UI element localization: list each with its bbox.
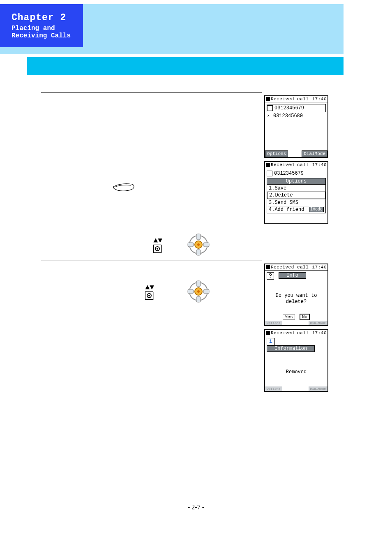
screen-time: 17:40 (312, 162, 327, 167)
softkey-ghost-left: Options (265, 386, 282, 391)
batt-icon (266, 163, 270, 167)
option-delete[interactable]: 2.Delete (267, 192, 325, 199)
softkey-dialmode[interactable]: DialMode (302, 150, 327, 157)
accent-bar (27, 57, 344, 75)
screen-time: 17:40 (312, 97, 327, 102)
step-2-cell: ▲▼ (41, 261, 262, 401)
yes-button[interactable]: Yes (283, 314, 295, 320)
received-icon (267, 105, 273, 111)
received-icon (267, 171, 272, 176)
removed-message: Removed (265, 369, 327, 376)
softkey-options[interactable]: Options (265, 150, 288, 157)
chapter-subtitle: Placing and Receiving Calls (12, 25, 83, 39)
up-down-arrow-icon: ▲▼ (153, 236, 162, 245)
dpad-icon (187, 280, 210, 305)
screen-title: Received call (271, 331, 311, 335)
softkey-ghost-left: Options (265, 321, 282, 325)
svg-rect-2 (196, 250, 201, 255)
softkey-ghost-right: DialMode (309, 386, 327, 391)
page-number: - 2-7 - (0, 504, 392, 511)
information-badge: Information (267, 345, 315, 352)
svg-rect-8 (196, 281, 201, 287)
screen-title: Received call (271, 162, 311, 167)
batt-icon (266, 331, 270, 335)
svg-rect-11 (203, 289, 209, 294)
up-down-arrow-icon: ▲▼ (145, 283, 154, 291)
phone-screen-received-list: Received call 17:40 0312345679 031234568… (264, 95, 328, 158)
option-send-sms[interactable]: 3.Send SMS (267, 199, 325, 206)
dpad-icon (187, 233, 210, 258)
select-indicators: ▲▼ (145, 283, 154, 302)
svg-point-6 (197, 243, 200, 246)
screen-time: 17:40 (312, 331, 327, 335)
svg-rect-1 (196, 234, 201, 240)
confirm-message: Do you want to delete? (265, 293, 327, 305)
svg-point-13 (197, 290, 200, 293)
phone-screen-removed: Received call 17:40 i Information Remove… (264, 329, 328, 392)
chapter-box: Chapter 2 Placing and Receiving Calls (0, 4, 83, 47)
send-key-icon (111, 182, 136, 196)
option-save[interactable]: 1.Save (267, 185, 325, 192)
option-add-friend[interactable]: 4.Add friend (269, 207, 304, 213)
phone-screen-options-menu: Received call 17:40 0312345679 Options 1… (264, 161, 328, 224)
chapter-title: Chapter 2 (12, 12, 83, 23)
info-icon: i (267, 338, 275, 345)
options-menu-list: 1.Save 2.Delete 3.Send SMS 4.Add friend … (267, 185, 326, 213)
select-button-icon (153, 245, 161, 253)
svg-rect-10 (188, 289, 194, 294)
info-badge: Info (279, 272, 306, 279)
svg-rect-9 (196, 296, 201, 302)
step-1-screens: Received call 17:40 0312345679 031234568… (262, 93, 345, 261)
call-number: 0312345680 (273, 113, 303, 119)
missed-icon (267, 113, 272, 118)
call-number: 0312345679 (274, 171, 304, 176)
batt-icon (266, 97, 270, 101)
screen-time: 17:40 (312, 265, 327, 270)
options-menu-header: Options (267, 178, 326, 185)
screen-title: Received call (271, 265, 311, 270)
question-icon: ? (267, 272, 274, 280)
no-button[interactable]: No (300, 314, 310, 320)
call-number: 0312345679 (274, 105, 304, 111)
softkey-mode[interactable]: lMode (309, 207, 324, 212)
softkey-ghost-right: DialMode (309, 321, 327, 325)
batt-icon (266, 265, 270, 269)
select-indicators: ▲▼ (153, 236, 162, 255)
phone-screen-confirm-delete: Received call 17:40 ? Info Do you want t… (264, 264, 328, 326)
instruction-table: ▲▼ (41, 92, 345, 401)
step-1-cell: ▲▼ (41, 93, 262, 261)
svg-rect-3 (188, 243, 194, 247)
step-2-screens: Received call 17:40 ? Info Do you want t… (262, 261, 345, 401)
select-button-icon (145, 291, 153, 300)
screen-title: Received call (271, 97, 311, 102)
svg-rect-4 (203, 243, 209, 247)
